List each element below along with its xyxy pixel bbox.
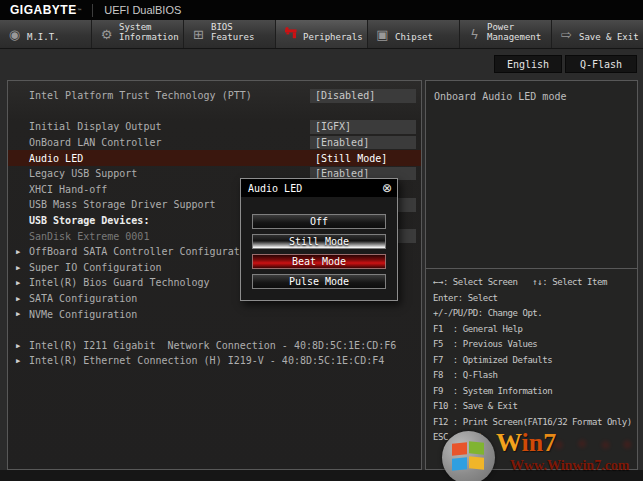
setting-label: SATA Configuration [29,293,137,304]
product-name: UEFI DualBIOS [104,4,181,16]
popup-option-beat-mode[interactable]: Beat Mode [252,254,386,269]
row-intel-r-i211-gigabit-network-connection-40-8d-5c-1e-cd-f6[interactable]: ▶Intel(R) I211 Gigabit Network Connectio… [8,338,421,354]
tab-label: M.I.T. [27,32,60,46]
row-onboard-lan-controller[interactable]: OnBoard LAN Controller[Enabled] [8,135,421,151]
list-spacer [8,104,421,120]
setting-label: Intel(R) Ethernet Connection (H) I219-V … [29,355,384,366]
setting-label: Initial Display Output [29,121,161,132]
setting-label: Super IO Configuration [29,262,161,273]
setting-label: SanDisk Extreme 0001 [29,231,149,242]
setting-value[interactable]: [Disabled] [310,89,416,103]
gigabyte-logo: GIGABYTE [10,3,77,17]
popup-option-still-mode[interactable]: Still Mode [252,234,386,249]
popup-option-pulse-mode[interactable]: Pulse Mode [252,274,386,289]
hotkey-line: F9 : System Information [433,384,631,400]
setting-label: OffBoard SATA Controller Configuration [29,246,258,257]
popup-title-bar: Audio LED ⊗ [241,179,397,197]
mit-icon: ◉ [7,28,22,41]
hotkey-line: F7 : Optimized Defaults [433,353,631,369]
help-panel: Onboard Audio LED mode ←→: Select Screen… [425,80,638,470]
bios-screen: GIGABYTE™ UEFI DualBIOS ◉M.I.T.⚙System I… [0,0,643,481]
audio-led-popup: Audio LED ⊗ OffStill ModeBeat ModePulse … [240,178,398,301]
tab-m-i-t[interactable]: ◉M.I.T. [0,20,92,48]
hotkey-line: F8 : Q-Flash [433,368,631,384]
peripherals-plug-icon [283,26,298,42]
flag-yellow-pane [469,456,484,470]
row-nvme-configuration[interactable]: ▶NVMe Configuration [8,306,421,322]
tab-label: System Information [119,22,179,46]
expand-arrow-icon: ▶ [16,342,20,350]
expand-arrow-icon: ▶ [16,295,20,303]
hotkey-line: F10 : Save & Exit [433,399,631,415]
setting-label: Intel(R) Bios Guard Technology [29,277,210,288]
tab-system-information[interactable]: ⚙System Information [92,20,184,48]
tab-label: BIOS Features [211,22,254,46]
setting-label: USB Storage Devices: [29,215,149,226]
list-spacer [8,322,421,338]
hotkey-line: F5 : Previous Values [433,337,631,353]
tab-label: Chipset [395,32,433,46]
setting-value[interactable]: [IGFX] [310,120,416,134]
setting-label: Intel Platform Trust Technology (PTT) [29,90,252,101]
watermark-ghost-text [548,432,638,458]
expand-arrow-icon: ▶ [16,357,20,365]
row-intel-platform-trust-technology-ptt[interactable]: Intel Platform Trust Technology (PTT)[Di… [8,88,421,104]
tab-label: Save & Exit [579,32,639,46]
trademark-symbol: ™ [78,7,82,14]
flag-blue-pane [452,457,467,471]
tab-power-management[interactable]: ϟPower Management [460,20,552,48]
tab-save-exit[interactable]: ⇨Save & Exit [552,20,643,48]
expand-arrow-icon: ▶ [16,279,20,287]
bios-features-icon: ⊞ [191,28,206,41]
flag-red-pane [452,442,467,456]
tab-chipset[interactable]: ▣Chipset [368,20,460,48]
setting-label: Intel(R) I211 Gigabit Network Connection… [29,340,396,351]
tab-bar: ◉M.I.T.⚙System Information⊞BIOS Features… [0,20,643,49]
setting-label: OnBoard LAN Controller [29,137,161,148]
hotkey-line: ←→: Select Screen ↑↓: Select Item [433,275,631,291]
setting-value[interactable]: [Still Mode] [310,151,416,165]
qflash-button[interactable]: Q-Flash [565,55,637,73]
expand-arrow-icon: ▶ [16,310,20,318]
hotkey-line: F1 : General Help [433,322,631,338]
hotkey-legend: ←→: Select Screen ↑↓: Select ItemEnter: … [426,269,637,446]
expand-arrow-icon: ▶ [16,264,20,272]
row-initial-display-output[interactable]: Initial Display Output[IGFX] [8,119,421,135]
windows-logo-icon [442,431,495,481]
hotkey-line: Enter: Select [433,291,631,307]
row-audio-led[interactable]: Audio LED[Still Mode] [8,150,421,166]
titlebar-divider [92,4,93,17]
row-intel-r-ethernet-connection-h-i219-v-40-8d-5c-1e-cd-f4[interactable]: ▶Intel(R) Ethernet Connection (H) I219-V… [8,353,421,369]
popup-option-off[interactable]: Off [252,214,386,229]
setting-label: Legacy USB Support [29,168,137,179]
tab-label: Peripherals [303,32,363,46]
tab-label: Power Management [487,22,541,46]
power-management-icon: ϟ [467,28,482,41]
expand-arrow-icon: ▶ [16,248,20,256]
setting-label: USB Mass Storage Driver Support [29,199,216,210]
setting-value[interactable]: [Enabled] [310,136,416,150]
language-button[interactable]: English [494,55,562,73]
setting-label: NVMe Configuration [29,309,137,320]
chipset-icon: ▣ [375,28,390,41]
setting-label: Audio LED [29,153,83,164]
system-information-icon: ⚙ [99,28,114,41]
tab-peripherals[interactable]: Peripherals [276,20,368,48]
setting-label: XHCI Hand-off [29,184,107,195]
save-exit-icon: ⇨ [559,28,574,41]
popup-title: Audio LED [248,183,302,194]
tab-bios-features[interactable]: ⊞BIOS Features [184,20,276,48]
flag-green-pane [469,441,484,455]
title-bar: GIGABYTE™ UEFI DualBIOS [0,0,643,20]
watermark-url: Www.Winwin7.com [510,458,630,474]
close-icon[interactable]: ⊗ [382,182,392,194]
popup-options: OffStill ModeBeat ModePulse Mode [241,197,397,300]
item-help-text: Onboard Audio LED mode [426,81,637,269]
winwin7-watermark: Win7 Www.Winwin7.com [436,428,643,481]
hotkey-line: +/-/PU/PD: Change Opt. [433,306,631,322]
